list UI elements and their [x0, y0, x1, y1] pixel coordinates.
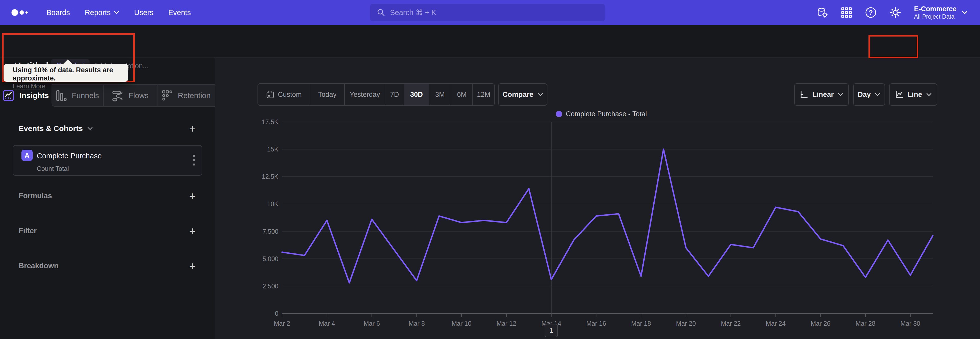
- tab-label: Flows: [129, 91, 148, 100]
- project-switcher[interactable]: E-Commerce All Project Data: [914, 5, 968, 20]
- tab-label: Insights: [19, 91, 49, 100]
- project-name: E-Commerce: [914, 5, 956, 13]
- date-range-today[interactable]: Today: [310, 84, 344, 105]
- mixpanel-logo[interactable]: [11, 7, 30, 18]
- svg-text:12.5K: 12.5K: [262, 173, 279, 180]
- add-event-button[interactable]: +: [187, 123, 198, 134]
- svg-text:17.5K: 17.5K: [262, 118, 279, 125]
- add-filter-button[interactable]: +: [187, 225, 198, 237]
- compare-dropdown[interactable]: Compare: [498, 83, 547, 106]
- retention-icon: [162, 90, 173, 101]
- flows-icon: [112, 90, 124, 101]
- top-navbar: Boards Reports Users Events Search ⌘ + K: [0, 0, 980, 25]
- scale-dropdown[interactable]: Linear: [794, 83, 849, 106]
- apps-grid-icon[interactable]: [841, 7, 852, 18]
- interval-label: Day: [858, 90, 871, 99]
- interval-dropdown[interactable]: Day: [853, 83, 885, 106]
- date-range-3m[interactable]: 3M: [429, 84, 451, 105]
- date-range-control: Custom Today Yesterday 7D 30D 3M 6M 12M: [258, 83, 495, 106]
- breakdown-label: Breakdown: [19, 262, 59, 270]
- svg-text:Mar 16: Mar 16: [586, 320, 606, 327]
- chevron-down-icon: [962, 10, 968, 14]
- svg-text:Mar 22: Mar 22: [721, 320, 741, 327]
- search-input[interactable]: Search ⌘ + K: [370, 4, 605, 21]
- tab-divider: [157, 85, 158, 106]
- svg-text:Mar 24: Mar 24: [766, 320, 786, 327]
- chevron-down-icon: [875, 93, 880, 96]
- line-chart-icon: [895, 90, 904, 99]
- project-subtitle: All Project Data: [914, 13, 956, 20]
- sampling-tooltip: Using 10% of data. Results are approxima…: [3, 64, 128, 82]
- date-range-yesterday[interactable]: Yesterday: [344, 84, 385, 105]
- pagination-page-1[interactable]: 1: [545, 324, 558, 337]
- breakdown-section: Breakdown: [19, 262, 59, 270]
- nav-item-label: Users: [134, 8, 153, 17]
- calendar-icon: [266, 90, 274, 99]
- date-range-label: 7D: [390, 91, 399, 99]
- date-range-7d[interactable]: 7D: [385, 84, 404, 105]
- svg-text:0: 0: [275, 310, 278, 317]
- svg-text:Mar 6: Mar 6: [364, 320, 380, 327]
- tab-retention[interactable]: Retention: [157, 84, 215, 107]
- nav-item-label: Events: [168, 8, 191, 17]
- filter-section: Filter: [19, 227, 37, 235]
- date-range-label: 3M: [435, 91, 445, 99]
- date-range-label: 12M: [477, 91, 490, 99]
- date-range-label: Custom: [278, 91, 302, 99]
- tab-label: Funnels: [72, 91, 99, 100]
- chevron-down-icon: [926, 93, 932, 96]
- event-options-button[interactable]: [193, 155, 195, 166]
- chart-type-label: Line: [907, 90, 922, 99]
- date-range-30d[interactable]: 30D: [404, 84, 429, 105]
- help-icon[interactable]: ?: [865, 6, 877, 18]
- svg-text:7,500: 7,500: [262, 228, 278, 235]
- svg-text:Mar 12: Mar 12: [496, 320, 516, 327]
- nav-item-boards[interactable]: Boards: [46, 8, 70, 17]
- svg-text:Mar 18: Mar 18: [631, 320, 651, 327]
- event-metric[interactable]: Count Total: [37, 165, 69, 173]
- svg-text:10K: 10K: [267, 200, 279, 208]
- report-header: Untitled Sampled + Add description...: [0, 25, 980, 58]
- insights-icon: [3, 90, 14, 101]
- add-breakdown-button[interactable]: +: [187, 261, 198, 272]
- tooltip-message: Using 10% of data. Results are approxima…: [13, 66, 128, 82]
- formulas-label: Formulas: [19, 192, 52, 200]
- app-root: Boards Reports Users Events Search ⌘ + K: [0, 0, 980, 339]
- svg-text:Mar 20: Mar 20: [676, 320, 696, 327]
- line-chart[interactable]: 02,5005,0007,50010K12.5K15K17.5KMar 2Mar…: [230, 110, 980, 339]
- nav-item-reports[interactable]: Reports: [85, 8, 119, 17]
- svg-text:15K: 15K: [267, 146, 279, 153]
- tooltip-learn-more-link[interactable]: Learn More: [13, 82, 128, 90]
- chevron-down-icon: [87, 126, 93, 131]
- linear-axis-icon: [800, 90, 808, 99]
- svg-text:Mar 8: Mar 8: [409, 320, 425, 327]
- chevron-down-icon: [838, 93, 843, 96]
- svg-text:2,500: 2,500: [262, 283, 278, 290]
- gear-icon[interactable]: [889, 6, 901, 18]
- nav-item-events[interactable]: Events: [168, 8, 191, 17]
- svg-text:?: ?: [869, 9, 873, 16]
- svg-text:Mar 4: Mar 4: [319, 320, 335, 327]
- compare-label: Compare: [503, 90, 533, 99]
- tab-label: Retention: [178, 91, 210, 100]
- date-range-12m[interactable]: 12M: [473, 84, 494, 105]
- event-card-complete-purchase[interactable]: A Complete Purchase Count Total: [13, 145, 202, 176]
- filter-label: Filter: [19, 227, 37, 235]
- events-cohorts-header[interactable]: Events & Cohorts: [19, 124, 93, 133]
- nav-item-users[interactable]: Users: [134, 8, 153, 17]
- date-range-custom[interactable]: Custom: [258, 84, 310, 105]
- chart-type-dropdown[interactable]: Line: [889, 83, 937, 106]
- search-icon: [377, 8, 385, 17]
- chevron-down-icon: [114, 11, 119, 14]
- svg-text:Mar 26: Mar 26: [811, 320, 830, 327]
- date-range-label: 6M: [457, 91, 467, 99]
- event-name[interactable]: Complete Purchase: [37, 152, 102, 160]
- data-management-icon[interactable]: [816, 6, 828, 18]
- svg-text:Mar 28: Mar 28: [856, 320, 875, 327]
- add-formula-button[interactable]: +: [187, 190, 198, 202]
- chevron-down-icon: [538, 93, 543, 96]
- event-series-badge: A: [21, 150, 33, 161]
- svg-text:Mar 10: Mar 10: [452, 320, 472, 327]
- date-range-6m[interactable]: 6M: [451, 84, 473, 105]
- funnels-icon: [56, 90, 67, 101]
